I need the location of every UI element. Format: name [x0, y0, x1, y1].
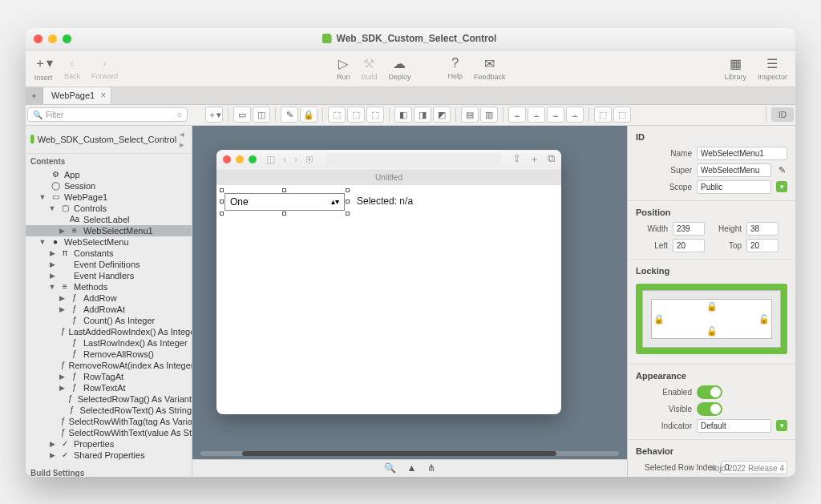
scope-picker-button[interactable]: ▾ — [776, 181, 787, 192]
tab-webpage1[interactable]: WebPage1 — [43, 87, 111, 104]
lock-left-icon[interactable]: 🔒 — [653, 313, 665, 324]
scope-field[interactable]: Public — [697, 180, 771, 194]
preview-titlebar: ◫ ‹ › ⛨ ⇪ ＋ ⧉ — [216, 150, 561, 171]
indicator-picker-button[interactable]: ▾ — [776, 420, 787, 431]
align-tool-3[interactable]: ◩ — [433, 107, 451, 123]
tree-item[interactable]: ▶✓Shared Properties — [26, 450, 192, 461]
navigator-filter[interactable]: 🔍 Filter ≡ — [27, 107, 188, 122]
align-tool-1[interactable]: ◧ — [394, 107, 412, 123]
name-field[interactable]: WebSelectMenu1 — [697, 147, 787, 160]
tree-item[interactable]: ▶✓Properties — [26, 438, 192, 450]
selected-row-index-label: Selected Row Index — [636, 463, 716, 472]
dist-tool-1[interactable]: ⬚ — [594, 107, 612, 123]
super-field[interactable]: WebSelectMenu — [697, 163, 771, 177]
tree-item[interactable]: ▼●WebSelectMenu — [26, 236, 192, 248]
canvas-viewport[interactable]: ◫ ‹ › ⛨ ⇪ ＋ ⧉ Untitled — [192, 126, 627, 459]
tree-item[interactable]: ▶ƒAddRowAt — [26, 304, 192, 315]
layout-tool-1[interactable]: ▭ — [233, 107, 251, 123]
deploy-button[interactable]: ☁Deploy — [388, 56, 410, 81]
width-field[interactable] — [673, 222, 705, 236]
tree-item[interactable]: ƒSelectRowWithText(value As String) — [26, 427, 192, 438]
height-field[interactable] — [746, 222, 779, 236]
selectlabel-control[interactable]: Selected: n/a — [357, 196, 413, 207]
top-field[interactable] — [746, 239, 779, 252]
edit-super-button[interactable]: ✎ — [776, 165, 787, 175]
select-value: One — [230, 196, 249, 208]
valign-tool-1[interactable]: ⫠ — [508, 107, 526, 123]
tree-item[interactable]: ƒRemoveRowAt(index As Integer) — [26, 360, 192, 371]
locking-control[interactable]: 🔒 🔒 🔓 🔓 — [636, 284, 787, 354]
indicator-field[interactable]: Default — [697, 419, 771, 433]
tree-item[interactable]: ƒRemoveAllRows() — [26, 349, 192, 360]
tree-item[interactable]: AaSelectLabel — [26, 214, 192, 225]
space-tool-1[interactable]: ▤ — [461, 107, 479, 123]
window-zoom-button[interactable] — [63, 34, 71, 43]
tree-item[interactable]: ▶ƒRowTextAt — [26, 382, 192, 393]
inspector-tab-id[interactable]: ID — [771, 107, 794, 122]
tree-item[interactable]: ▶πConstants — [26, 248, 192, 259]
help-button[interactable]: ?Help — [447, 56, 463, 81]
library-button[interactable]: ▦Library — [724, 56, 746, 81]
tree-item[interactable]: ▶Event Handlers — [26, 270, 192, 281]
tree-item[interactable]: ƒSelectedRowText() As String — [26, 405, 192, 416]
rss-icon[interactable]: ⋔ — [427, 462, 435, 474]
navigator-project-header[interactable]: Web_SDK_Custom_Select_Control ◂ ▸ — [26, 126, 192, 154]
space-tool-2[interactable]: ▥ — [480, 107, 498, 123]
enabled-toggle[interactable] — [697, 385, 722, 399]
layout-tool-2[interactable]: ◫ — [253, 107, 270, 123]
tree-item[interactable]: ƒCount() As Integer — [26, 315, 192, 326]
lock-tool[interactable]: 🔒 — [300, 107, 317, 123]
visible-toggle[interactable] — [697, 402, 722, 416]
search-icon[interactable]: 🔍 — [384, 462, 396, 474]
tree-item[interactable]: ⚙App — [26, 169, 192, 180]
valign-tool-2[interactable]: ⫠ — [528, 107, 545, 123]
tree-item[interactable]: ▼▭WebPage1 — [26, 192, 192, 203]
tree-item[interactable]: ▶ƒRowTagAt — [26, 371, 192, 382]
insert-button[interactable]: ＋▾Insert — [34, 55, 53, 82]
warnings-icon[interactable]: ▲ — [407, 462, 417, 474]
order-tool-2[interactable]: ⬚ — [347, 107, 365, 123]
run-button[interactable]: ▷Run — [337, 56, 350, 81]
lock-right-icon[interactable]: 🔓 — [758, 313, 770, 324]
align-tool-2[interactable]: ◨ — [414, 107, 431, 123]
edit-tool-1[interactable]: ✎ — [281, 107, 298, 123]
back-button[interactable]: ‹Back — [64, 56, 80, 80]
valign-tool-3[interactable]: ⫠ — [547, 107, 564, 123]
tree-item[interactable]: ◯Session — [26, 180, 192, 192]
lock-bottom-icon[interactable]: 🔓 — [706, 326, 718, 337]
window-close-button[interactable] — [34, 34, 42, 43]
horizontal-scrollbar[interactable] — [200, 451, 619, 456]
order-tool-1[interactable]: ⬚ — [328, 107, 346, 123]
tree-item[interactable]: ▼▢Controls — [26, 203, 192, 214]
add-tab-button[interactable]: ＋ — [26, 87, 43, 104]
tree-item[interactable]: ▶≡WebSelectMenu1 — [26, 225, 192, 236]
project-icon — [30, 135, 34, 143]
window-title: Web_SDK_Custom_Select_Control — [71, 33, 747, 44]
tree-item[interactable]: ▶ƒAddRow — [26, 292, 192, 304]
order-tool-3[interactable]: ⬚ — [366, 107, 384, 123]
tree-item[interactable]: ƒLastAddedRowIndex() As Integer — [26, 326, 192, 337]
search-icon: 🔍 — [33, 111, 42, 119]
build-button[interactable]: ⚒Build — [361, 56, 377, 81]
webselectmenu-control[interactable]: One ▴▾ — [224, 193, 345, 211]
window-title-text: Web_SDK_Custom_Select_Control — [337, 33, 497, 44]
tree-item[interactable]: ƒSelectRowWithTag(tag As Variant) — [26, 416, 192, 427]
hamburger-icon[interactable]: ≡ — [177, 111, 182, 119]
forward-button[interactable]: ›Forward — [91, 56, 118, 80]
valign-tool-4[interactable]: ⫠ — [566, 107, 584, 123]
tree-item[interactable]: ▶Event Definitions — [26, 259, 192, 270]
tree-item[interactable]: ▼≡Methods — [26, 281, 192, 292]
status-bar: 🔍 ▲ ⋔ Xojo 2022 Release 4 — [192, 459, 627, 477]
dist-tool-2[interactable]: ⬚ — [613, 107, 631, 123]
feedback-button[interactable]: ✉Feedback — [474, 56, 506, 81]
window-minimize-button[interactable] — [48, 34, 57, 43]
left-field[interactable] — [673, 239, 705, 252]
lock-top-icon[interactable]: 🔒 — [706, 301, 718, 312]
forward-icon: › — [294, 154, 297, 165]
version-label: Xojo 2022 Release 4 — [710, 464, 784, 473]
nav-history-arrows[interactable]: ◂ ▸ — [180, 129, 187, 150]
inspector-button[interactable]: ☰Inspector — [758, 56, 787, 81]
tree-item[interactable]: ƒSelectedRowTag() As Variant — [26, 393, 192, 405]
tree-item[interactable]: ƒLastRowIndex() As Integer — [26, 337, 192, 349]
add-control-button[interactable]: ＋▾ — [205, 107, 223, 123]
